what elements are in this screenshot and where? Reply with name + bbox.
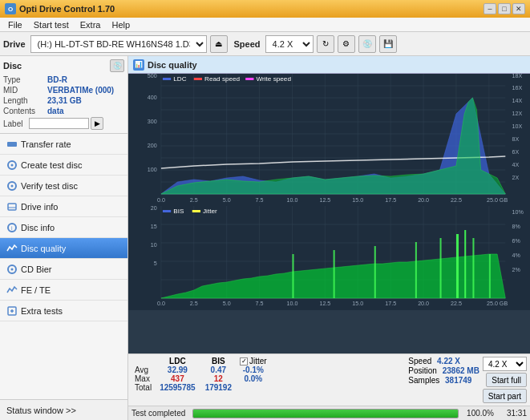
samples-row: Samples 381749 (408, 376, 479, 385)
progress-fill (193, 410, 458, 418)
svg-rect-110 (415, 242, 417, 298)
cd-bier-icon (6, 264, 18, 275)
sidebar-item-fe-te[interactable]: FE / TE (0, 280, 127, 301)
svg-rect-65 (194, 78, 202, 80)
svg-text:20: 20 (151, 206, 157, 211)
menu-help[interactable]: Help (107, 19, 135, 30)
svg-text:10.0: 10.0 (287, 197, 298, 203)
refresh-button[interactable]: ↻ (317, 35, 334, 53)
svg-text:10X: 10X (512, 123, 523, 129)
minimize-button[interactable]: – (483, 3, 496, 14)
sidebar-nav: Transfer rate Create test disc Verify te… (0, 134, 127, 399)
svg-rect-113 (464, 230, 466, 298)
contents-key: Contents (3, 107, 47, 115)
ldc-chart: 500 400 300 200 100 18X 16X 14X 12X 10X … (128, 74, 530, 206)
sidebar-item-create-test-disc[interactable]: Create test disc (0, 155, 127, 176)
avg-label: Avg (131, 365, 155, 374)
verify-test-disc-icon (6, 180, 18, 192)
sidebar-item-cd-bier[interactable]: CD Bier (0, 259, 127, 280)
svg-text:22.5: 22.5 (451, 301, 462, 306)
sidebar-item-transfer-rate[interactable]: Transfer rate (0, 134, 127, 155)
svg-text:i: i (11, 225, 13, 231)
samples-val: 381749 (445, 376, 471, 385)
progress-track (192, 409, 459, 418)
svg-text:Read speed: Read speed (204, 75, 240, 83)
svg-text:4X: 4X (512, 162, 520, 168)
svg-text:4%: 4% (512, 252, 521, 258)
svg-rect-112 (456, 234, 459, 298)
svg-text:25.0 GB: 25.0 GB (487, 301, 508, 306)
svg-text:400: 400 (148, 95, 157, 100)
mid-key: MID (3, 86, 47, 95)
jitter-checkbox[interactable]: ✓ (240, 357, 248, 365)
disc-button[interactable]: 💿 (358, 35, 376, 53)
start-part-button[interactable]: Start part (483, 389, 527, 403)
svg-text:10%: 10% (512, 209, 524, 215)
svg-text:8%: 8% (512, 224, 521, 229)
status-window-button[interactable]: Status window >> (0, 399, 127, 420)
svg-point-10 (11, 268, 14, 270)
stats-panel: LDC BIS ✓ Jitter Avg 32.99 0.47 (128, 353, 530, 406)
progress-bar-row: Test completed 100.0% 31:31 (128, 406, 530, 420)
label-go-button[interactable]: ▶ (91, 117, 103, 130)
maximize-button[interactable]: □ (498, 3, 511, 14)
speed-label: Speed (234, 39, 261, 49)
svg-rect-114 (472, 238, 474, 298)
sidebar-item-verify-test-disc[interactable]: Verify test disc (0, 176, 127, 196)
total-label: Total (131, 383, 155, 392)
sidebar-item-drive-info[interactable]: Drive info (0, 196, 127, 217)
svg-text:5: 5 (154, 260, 157, 266)
content-area: 📊 Disc quality (128, 56, 530, 420)
menu-start-test[interactable]: Start test (29, 19, 74, 30)
ldc-chart-svg: 500 400 300 200 100 18X 16X 14X 12X 10X … (128, 74, 530, 206)
sidebar-item-disc-quality[interactable]: Disc quality (0, 238, 127, 259)
svg-text:10: 10 (151, 242, 157, 248)
transfer-rate-icon (6, 139, 18, 150)
svg-text:16X: 16X (512, 85, 523, 91)
settings-button[interactable]: ⚙ (338, 35, 355, 53)
status-text: Test completed (131, 409, 188, 418)
svg-text:2.5: 2.5 (190, 197, 198, 203)
max-bis: 12 (200, 374, 237, 383)
speed-select[interactable]: 4.2 X (265, 35, 314, 53)
eject-button[interactable]: ⏏ (210, 35, 228, 53)
menu-extra[interactable]: Extra (75, 19, 106, 30)
max-label: Max (131, 374, 155, 383)
disc-mid-value: VERBATIMe (000) (47, 86, 124, 95)
col-header-jitter-check: ✓ Jitter (237, 357, 270, 365)
svg-text:LDC: LDC (173, 75, 187, 83)
save-button[interactable]: 💾 (379, 35, 397, 53)
svg-rect-116 (163, 210, 171, 212)
main-layout: Disc 💿 Type BD-R MID VERBATIMe (000) Len… (0, 56, 530, 420)
avg-ldc: 32.99 (155, 365, 200, 374)
disc-quality-header: 📊 Disc quality (128, 56, 530, 74)
disc-contents-value: data (47, 107, 124, 115)
svg-text:5.0: 5.0 (223, 301, 231, 306)
disc-icon-button[interactable]: 💿 (110, 59, 124, 72)
svg-text:14X: 14X (512, 98, 523, 103)
sidebar-item-extra-tests[interactable]: Extra tests (0, 301, 127, 321)
svg-text:17.5: 17.5 (385, 301, 396, 306)
start-full-button[interactable]: Start full (486, 373, 527, 387)
svg-text:0.0: 0.0 (157, 301, 165, 306)
sidebar-item-disc-info[interactable]: i Disc info (0, 217, 127, 238)
drive-info-icon (6, 201, 18, 212)
speed-combo-select[interactable]: 4.2 X (483, 357, 527, 371)
toolbar: Drive (H:) HL-DT-ST BD-RE WH16NS48 1.D3 … (0, 32, 530, 56)
svg-text:15: 15 (151, 224, 157, 229)
close-button[interactable]: ✕ (512, 3, 525, 14)
svg-text:18X: 18X (512, 74, 523, 79)
svg-text:12X: 12X (512, 111, 523, 116)
svg-text:2X: 2X (512, 175, 520, 180)
svg-text:12.5: 12.5 (319, 301, 330, 306)
menu-file[interactable]: File (3, 19, 27, 30)
svg-rect-63 (163, 78, 171, 80)
svg-point-4 (11, 184, 14, 187)
disc-info-icon: i (6, 222, 18, 233)
svg-text:BIS: BIS (173, 208, 184, 215)
svg-text:20.0: 20.0 (418, 301, 429, 306)
drive-select[interactable]: (H:) HL-DT-ST BD-RE WH16NS48 1.D3 (30, 35, 207, 53)
window-controls: – □ ✕ (483, 3, 525, 14)
svg-text:100: 100 (148, 167, 157, 172)
label-input[interactable] (29, 118, 89, 129)
